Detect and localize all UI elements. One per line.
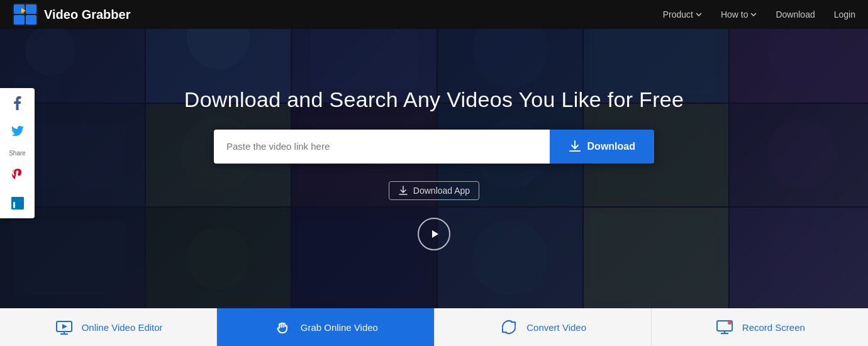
download-app-button[interactable]: Download App [389,181,479,200]
twitter-icon[interactable] [9,122,26,140]
chevron-down-icon [696,13,702,16]
nav-item-product[interactable]: Product [663,9,702,20]
navbar: Video Grabber Product How to Download Lo… [0,0,868,29]
chevron-down-icon [750,13,757,16]
nav-item-howto[interactable]: How to [721,9,757,20]
tab-record-screen[interactable]: Record Screen [652,308,868,346]
svg-marker-30 [62,324,67,329]
svg-rect-22 [26,4,36,14]
share-label: Share [9,150,26,157]
download-app-icon [398,186,408,196]
facebook-icon[interactable] [9,94,26,112]
record-screen-icon [715,317,735,337]
grab-online-video-icon [273,317,293,337]
logo-icon [13,3,38,26]
hero-content: Download and Search Any Videos You Like … [0,29,868,308]
online-video-editor-icon [54,317,74,337]
svg-rect-23 [14,15,25,25]
tab-grab-online-video[interactable]: Grab Online Video [217,308,434,346]
social-sidebar: Share [0,88,35,218]
download-button[interactable]: Download [550,130,654,164]
play-icon [427,227,441,241]
svg-marker-26 [432,230,438,238]
linkedin-icon[interactable] [9,194,26,212]
tab-convert-video[interactable]: Convert Video [435,308,652,346]
download-icon [569,140,581,153]
svg-point-32 [728,321,732,325]
hero-title: Download and Search Any Videos You Like … [184,87,684,112]
tab-online-video-editor[interactable]: Online Video Editor [0,308,217,346]
search-bar: Download [214,130,654,164]
logo-text: Video Grabber [44,8,130,22]
search-input[interactable] [214,130,550,164]
nav-item-download[interactable]: Download [776,9,815,20]
pinterest-icon[interactable] [9,167,26,184]
nav-links: Product How to Download Login [663,9,855,20]
svg-rect-24 [26,15,36,25]
nav-item-login[interactable]: Login [834,9,855,20]
bottom-tabs: Online Video Editor Grab Online Video Co… [0,308,868,346]
logo-area: Video Grabber [13,3,663,26]
play-button[interactable] [418,218,450,250]
convert-video-icon [499,317,519,337]
